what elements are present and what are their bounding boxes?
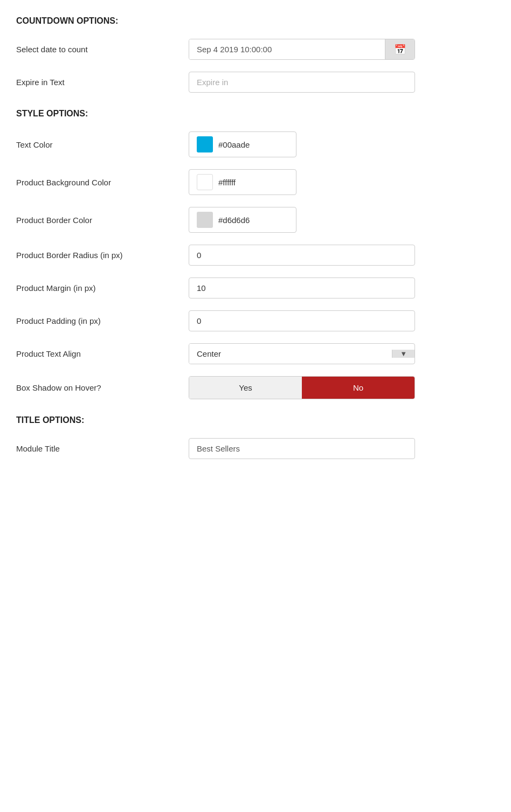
text-color-value: #00aade (218, 140, 250, 149)
product-bg-color-swatch (197, 174, 213, 190)
product-border-color-picker[interactable]: #d6d6d6 (189, 207, 296, 233)
title-section-title: TITLE OPTIONS: (16, 415, 495, 425)
box-shadow-row: Box Shadow on Hover? Yes No (16, 376, 495, 399)
expire-in-text-row: Expire in Text (16, 72, 495, 93)
product-border-color-value: #d6d6d6 (218, 216, 250, 225)
calendar-icon: 📅 (394, 44, 406, 55)
box-shadow-yes-button[interactable]: Yes (189, 377, 302, 399)
product-bg-color-control: #ffffff (189, 169, 415, 195)
expire-in-text-control (189, 72, 415, 93)
title-section: TITLE OPTIONS: Module Title (16, 415, 495, 459)
product-bg-color-label: Product Background Color (16, 177, 189, 188)
product-border-radius-row: Product Border Radius (in px) (16, 245, 495, 266)
product-border-color-row: Product Border Color #d6d6d6 (16, 207, 495, 233)
text-color-control: #00aade (189, 131, 415, 157)
product-bg-color-row: Product Background Color #ffffff (16, 169, 495, 195)
product-bg-color-picker[interactable]: #ffffff (189, 169, 296, 195)
product-padding-input[interactable] (189, 310, 415, 331)
product-border-color-swatch (197, 212, 213, 228)
product-padding-row: Product Padding (in px) (16, 310, 495, 331)
module-title-input[interactable] (189, 438, 415, 459)
product-border-radius-label: Product Border Radius (in px) (16, 249, 189, 261)
product-text-align-row: Product Text Align Left Center Right (16, 343, 495, 364)
product-text-align-control: Left Center Right (189, 343, 415, 364)
product-text-align-label: Product Text Align (16, 348, 189, 359)
product-margin-input[interactable] (189, 277, 415, 299)
expire-in-text-label: Expire in Text (16, 77, 189, 88)
select-date-label: Select date to count (16, 44, 189, 55)
style-section-title: STYLE OPTIONS: (16, 109, 495, 119)
countdown-section-title: COUNTDOWN OPTIONS: (16, 16, 495, 26)
product-margin-label: Product Margin (in px) (16, 282, 189, 294)
product-border-color-control: #d6d6d6 (189, 207, 415, 233)
module-title-label: Module Title (16, 443, 189, 454)
countdown-section: COUNTDOWN OPTIONS: Select date to count … (16, 16, 495, 93)
module-title-row: Module Title (16, 438, 495, 459)
select-date-row: Select date to count 📅 (16, 39, 495, 60)
text-color-picker[interactable]: #00aade (189, 131, 296, 157)
box-shadow-toggle-group: Yes No (189, 376, 415, 399)
product-margin-row: Product Margin (in px) (16, 277, 495, 299)
product-border-radius-control (189, 245, 415, 266)
box-shadow-label: Box Shadow on Hover? (16, 382, 189, 393)
calendar-button[interactable]: 📅 (385, 39, 415, 59)
module-title-control (189, 438, 415, 459)
text-color-row: Text Color #00aade (16, 131, 495, 157)
expire-in-text-input[interactable] (189, 72, 415, 93)
product-padding-label: Product Padding (in px) (16, 315, 189, 327)
product-padding-control (189, 310, 415, 331)
chevron-down-icon (392, 350, 415, 358)
date-input-wrapper: 📅 (189, 39, 415, 60)
product-border-color-label: Product Border Color (16, 214, 189, 226)
product-margin-control (189, 277, 415, 299)
box-shadow-control: Yes No (189, 376, 415, 399)
text-color-swatch (197, 136, 213, 152)
product-border-radius-input[interactable] (189, 245, 415, 266)
box-shadow-no-button[interactable]: No (302, 377, 415, 399)
product-text-align-select[interactable]: Left Center Right (189, 344, 392, 364)
product-text-align-select-wrapper: Left Center Right (189, 343, 415, 364)
product-bg-color-value: #ffffff (218, 178, 236, 187)
style-section: STYLE OPTIONS: Text Color #00aade Produc… (16, 109, 495, 399)
text-color-label: Text Color (16, 139, 189, 150)
date-input[interactable] (189, 39, 385, 59)
select-date-control: 📅 (189, 39, 415, 60)
